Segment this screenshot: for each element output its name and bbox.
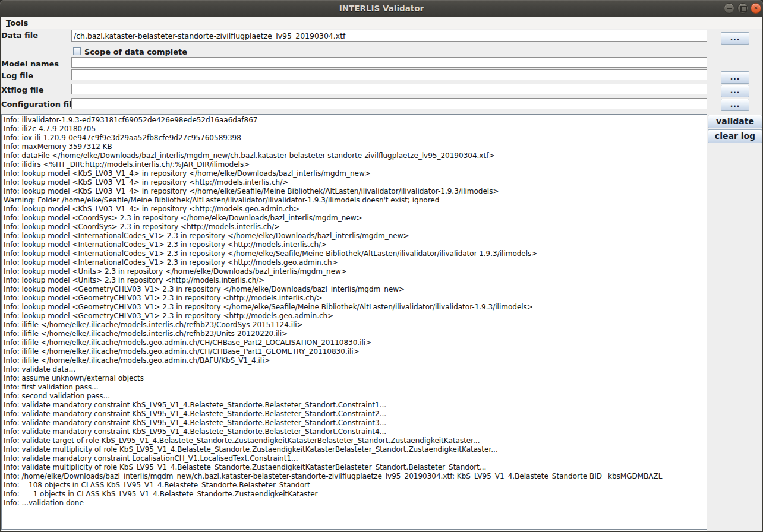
log-output[interactable]: Info: ilivalidator-1.9.3-ed793181cf69052… [1,114,707,530]
clear-log-button[interactable]: clear log [708,129,762,143]
maximize-icon [740,6,747,12]
log-line: Info: ilivalidator-1.9.3-ed793181cf69052… [4,116,707,125]
log-line: Info: ...validation done [4,499,707,508]
log-line: Info: validate multiplicity of role KbS_… [4,445,707,454]
log-line: Info: lookup model <KbS_LV03_V1_4> in re… [4,169,707,178]
menu-tools-label: ools [10,18,28,27]
log-line: Info: lookup model <InternationalCodes_V… [4,258,707,267]
close-icon: ✕ [751,4,761,13]
xtflog-file-input[interactable] [71,84,707,94]
menu-tools[interactable]: Tools [1,17,33,29]
log-line: Info: ilifile </home/elke/.ilicache/mode… [4,356,707,365]
log-line: Info: lookup model <InternationalCodes_V… [4,249,707,258]
data-file-label: Data file [1,31,38,40]
config-file-label: Configuration file [1,100,77,109]
scope-of-data-checkbox[interactable] [73,48,81,55]
log-line: Warning: Folder /home/elke/Seafile/Meine… [4,196,707,205]
window-title: INTERLIS Validator [0,0,763,17]
log-line: Info: ilidirs <%ITF_DIR;http://models.in… [4,160,707,169]
log-file-label: Log file [1,71,33,80]
log-line: Info: lookup model <InternationalCodes_V… [4,232,707,240]
log-line: Info: lookup model <InternationalCodes_V… [4,240,707,249]
xtflog-file-label: Xtflog file [1,86,44,94]
log-line: Info: validate mandatory constraint KbS_… [4,401,707,410]
titlebar[interactable]: INTERLIS Validator ✕ [0,0,763,17]
log-line: Info: lookup model <GeometryCHLV03_V1> 2… [4,285,707,294]
log-line: Info: 108 objects in CLASS KbS_LV95_V1_4… [4,481,707,490]
app-window: INTERLIS Validator ✕ Tools Data file Mod… [0,0,763,532]
log-line: Info: lookup model <KbS_LV03_V1_4> in re… [4,178,707,187]
log-file-input[interactable] [71,69,707,80]
minimize-button[interactable] [724,3,734,14]
log-line: Info: validate target of role KbS_LV95_V… [4,436,707,445]
log-line: Info: 1 objects in CLASS KbS_LV95_V1_4.B… [4,490,707,499]
log-output-margin [2,530,707,531]
log-line: Info: lookup model <KbS_LV03_V1_4> in re… [4,205,707,214]
minimize-icon [727,8,732,10]
scope-of-data-label: Scope of data complete [84,48,187,56]
menu-bar: Tools [1,17,762,29]
log-line: Info: lookup model <CoordSys> 2.3 in rep… [4,214,707,223]
close-button[interactable]: ✕ [751,3,761,14]
log-line: Info: validate mandatory constraint KbS_… [4,428,707,436]
log-line: Info: iox-ili-1.20.9-0e947c9f9e3d29aa52f… [4,134,707,142]
log-line: Info: assume unknown/external objects [4,374,707,383]
log-line: Info: validate mandatory constraint KbS_… [4,419,707,428]
log-line: Info: lookup model <KbS_LV03_V1_4> in re… [4,187,707,196]
log-line: Info: lookup model <GeometryCHLV03_V1> 2… [4,312,707,321]
log-line: Info: dataFile </home/elke/Downloads/baz… [4,151,707,160]
log-line: Info: lookup model <Units> 2.3 in reposi… [4,267,707,276]
model-names-label: Model names [1,59,59,68]
log-line: Info: lookup model <GeometryCHLV03_V1> 2… [4,303,707,312]
log-file-browse-button[interactable]: ... [721,71,749,84]
log-line: Info: ilifile </home/elke/.ilicache/mode… [4,338,707,347]
log-line: Info: lookup model <GeometryCHLV03_V1> 2… [4,294,707,303]
config-file-browse-button[interactable]: ... [721,99,749,111]
log-line: Info: maxMemory 3597312 KB [4,142,707,151]
log-line: Info: ilifile </home/elke/.ilicache/mode… [4,330,707,338]
model-names-input[interactable] [71,57,707,68]
xtflog-file-browse-button[interactable]: ... [721,85,749,97]
maximize-button[interactable] [737,3,748,14]
log-line: Info: ilifile </home/elke/.ilicache/mode… [4,321,707,330]
data-file-browse-button[interactable]: ... [721,32,749,45]
log-line: Info: ilifile </home/elke/.ilicache/mode… [4,347,707,356]
validate-button[interactable]: validate [708,115,762,128]
data-file-input[interactable] [71,30,707,42]
log-line: Info: validate mandatory constraint Loca… [4,454,707,463]
log-line: Info: ili2c-4.7.9-20180705 [4,125,707,134]
log-line: Info: lookup model <CoordSys> 2.3 in rep… [4,223,707,232]
log-line: Info: validate multiplicity of role KbS_… [4,463,707,472]
config-file-input[interactable] [71,98,707,109]
log-line: Info: validate mandatory constraint KbS_… [4,410,707,419]
log-line: Info: lookup model <Units> 2.3 in reposi… [4,276,707,285]
log-line: Info: validate data... [4,365,707,374]
log-line: Info: first validation pass... [4,383,707,392]
log-line: Info: /home/elke/Downloads/bazl_interlis… [4,472,707,481]
log-line: Info: second validation pass... [4,392,707,401]
